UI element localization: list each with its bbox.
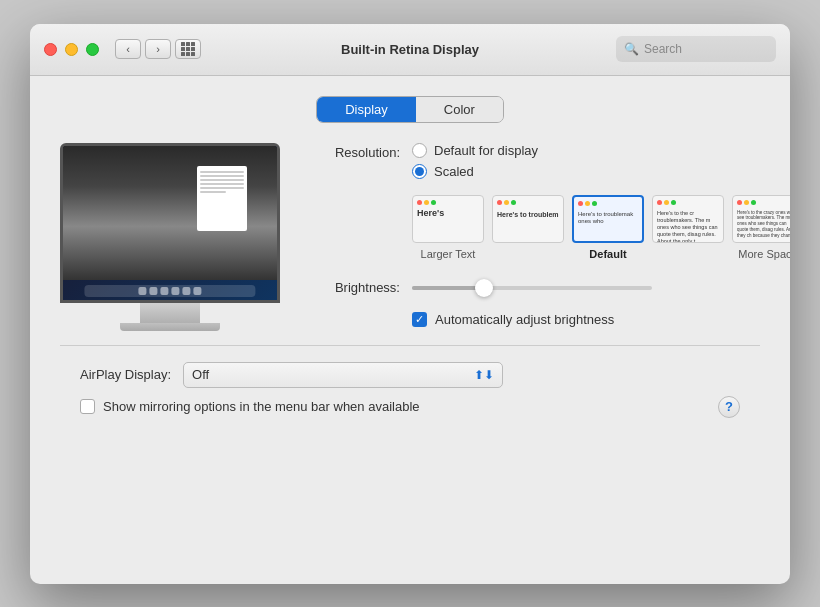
scaled-option-2[interactable]: Here's to troublem <box>492 195 564 260</box>
scaled-preview-larger-text: Here's <box>412 195 484 243</box>
nav-buttons: ‹ › <box>115 39 171 59</box>
tabs-container: Display Color <box>60 96 760 123</box>
scaled-label-default: Default <box>589 248 626 260</box>
airplay-value: Off <box>192 367 209 382</box>
resolution-scaled-label: Scaled <box>434 164 474 179</box>
window-title: Built-in Retina Display <box>341 42 479 57</box>
grid-button[interactable] <box>175 39 201 59</box>
forward-button[interactable]: › <box>145 39 171 59</box>
scaled-preview-default: Here's to troublemak ones who <box>572 195 644 243</box>
brightness-slider-container[interactable] <box>412 278 652 298</box>
brightness-section: Brightness: <box>310 278 790 298</box>
titlebar: ‹ › Built-in Retina Display 🔍 Search <box>30 24 790 76</box>
brightness-slider-track <box>412 286 652 290</box>
resolution-default-label: Default for display <box>434 143 538 158</box>
search-placeholder: Search <box>644 42 682 56</box>
scaled-option-default[interactable]: Here's to troublemak ones who Default <box>572 195 644 260</box>
auto-brightness-checkbox[interactable]: ✓ <box>412 312 427 327</box>
divider <box>60 345 760 346</box>
preview-text-lg: Here's <box>417 208 479 218</box>
resolution-options: Default for display Scaled <box>412 143 790 260</box>
resolution-default-option[interactable]: Default for display <box>412 143 790 158</box>
preview-traffic-2 <box>497 200 516 205</box>
preview-traffic-4 <box>657 200 676 205</box>
auto-brightness-label: Automatically adjust brightness <box>435 312 614 327</box>
mirroring-checkbox[interactable] <box>80 399 95 414</box>
scaled-preview-4: Here's to the cr troublemakers. The m on… <box>652 195 724 243</box>
airplay-label: AirPlay Display: <box>80 367 171 382</box>
mirroring-row: Show mirroring options in the menu bar w… <box>70 388 750 418</box>
grid-icon <box>181 42 195 56</box>
maximize-button[interactable] <box>86 43 99 56</box>
monitor-dock <box>84 285 255 297</box>
scaled-options-container: Here's Larger Text <box>412 195 790 260</box>
settings-area: Resolution: Default for display Scaled <box>310 143 790 327</box>
scaled-preview-2: Here's to troublem <box>492 195 564 243</box>
checkmark-icon: ✓ <box>415 314 424 325</box>
auto-brightness-row: ✓ Automatically adjust brightness <box>412 312 790 327</box>
ptl-yellow <box>424 200 429 205</box>
preview-text-default: Here's to troublemak ones who <box>578 211 638 227</box>
mirroring-label: Show mirroring options in the menu bar w… <box>103 399 420 414</box>
resolution-default-radio[interactable] <box>412 143 427 158</box>
close-button[interactable] <box>44 43 57 56</box>
monitor-base <box>120 323 220 331</box>
select-arrows-icon: ⬆⬇ <box>474 368 494 382</box>
back-button[interactable]: ‹ <box>115 39 141 59</box>
main-area: Resolution: Default for display Scaled <box>60 143 760 329</box>
minimize-button[interactable] <box>65 43 78 56</box>
system-preferences-window: ‹ › Built-in Retina Display 🔍 Search Dis… <box>30 24 790 584</box>
airplay-row: AirPlay Display: Off ⬆⬇ <box>70 362 750 388</box>
monitor-area <box>60 143 280 329</box>
preview-traffic-more-space <box>737 200 756 205</box>
traffic-lights <box>44 43 99 56</box>
help-button[interactable]: ? <box>718 396 740 418</box>
resolution-label: Resolution: <box>310 145 400 160</box>
brightness-label: Brightness: <box>310 280 400 295</box>
search-icon: 🔍 <box>624 42 639 56</box>
preview-traffic-lights <box>417 200 436 205</box>
tab-color[interactable]: Color <box>416 97 503 122</box>
preview-traffic-default <box>578 201 597 206</box>
preview-text-more-space: Here's to the crazy ones who see trouble… <box>737 210 790 239</box>
monitor-document <box>197 166 247 231</box>
preview-text-4: Here's to the cr troublemakers. The m on… <box>657 210 719 243</box>
search-box[interactable]: 🔍 Search <box>616 36 776 62</box>
scaled-option-larger-text[interactable]: Here's Larger Text <box>412 195 484 260</box>
mirroring-left: Show mirroring options in the menu bar w… <box>80 399 420 414</box>
content-area: Display Color <box>30 76 790 584</box>
ptl-green <box>431 200 436 205</box>
radio-inner-dot <box>415 167 424 176</box>
bottom-area: AirPlay Display: Off ⬆⬇ Show mirroring o… <box>60 362 760 418</box>
scaled-preview-more-space: Here's to the crazy ones who see trouble… <box>732 195 790 243</box>
resolution-scaled-option[interactable]: Scaled <box>412 164 790 179</box>
brightness-slider-fill <box>412 286 484 290</box>
monitor-preview <box>60 143 280 303</box>
scaled-label-more-space: More Space <box>738 248 790 260</box>
scaled-option-more-space[interactable]: Here's to the crazy ones who see trouble… <box>732 195 790 260</box>
resolution-section: Resolution: Default for display Scaled <box>310 143 790 260</box>
monitor-stand <box>140 303 200 323</box>
monitor-screen <box>63 146 277 300</box>
scaled-label-larger-text: Larger Text <box>421 248 476 260</box>
preview-text-2: Here's to troublem <box>497 210 559 219</box>
scaled-option-4[interactable]: Here's to the cr troublemakers. The m on… <box>652 195 724 260</box>
airplay-select[interactable]: Off ⬆⬇ <box>183 362 503 388</box>
brightness-slider-thumb[interactable] <box>475 279 493 297</box>
tab-group: Display Color <box>316 96 504 123</box>
resolution-scaled-radio[interactable] <box>412 164 427 179</box>
tab-display[interactable]: Display <box>317 97 416 122</box>
ptl-red <box>417 200 422 205</box>
